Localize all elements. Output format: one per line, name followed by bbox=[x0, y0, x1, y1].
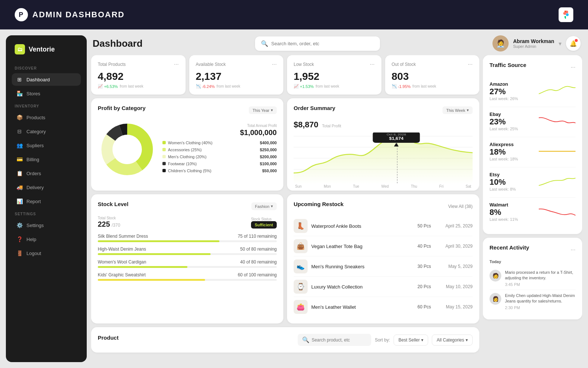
stat-label: Available Stock bbox=[196, 62, 226, 67]
search-input[interactable] bbox=[271, 41, 374, 46]
main-grid: Total Products ··· 4,892 📈 +6.53% from l… bbox=[91, 55, 582, 362]
traffic-ebay: Ebay 23% Last week: 25% bbox=[490, 107, 576, 137]
stat-available-stock: Available Stock ··· 2,137 📉 -6.24% from … bbox=[189, 55, 284, 95]
stat-out-of-stock: Out of Stock ··· 803 📉 -1.95% from last … bbox=[385, 55, 480, 95]
stock-total-label: Total Stock bbox=[98, 216, 120, 220]
stock-total-sub: /370 bbox=[112, 223, 120, 228]
sidebar-item-label: Supliers bbox=[26, 143, 44, 148]
stock-item-0: Silk Blend Summer Dress 75 of 110 remain… bbox=[98, 234, 277, 242]
user-area: 🧑‍💼 Abram Workman Super Admin ▾ 🔔 bbox=[492, 35, 581, 52]
orders-icon: 📋 bbox=[16, 170, 23, 176]
chevron-down-icon: ▾ bbox=[271, 108, 273, 113]
restock-item-4: 👛 Men's Leather Wallet 60 Pcs May 15, 20… bbox=[294, 297, 473, 317]
restock-item-1: 👜 Vegan Leather Tote Bag 40 Pcs April 30… bbox=[294, 236, 473, 256]
stats-row: Total Products ··· 4,892 📈 +6.53% from l… bbox=[91, 55, 479, 95]
restock-item-0: 👢 Waterproof Ankle Boots 50 Pcs April 25… bbox=[294, 216, 473, 236]
settings-icon: ⚙️ bbox=[16, 222, 23, 228]
profit-legend: Total Annual Profit $1,000,000 Women's C… bbox=[162, 124, 277, 176]
sidebar-item-label: Products bbox=[26, 115, 45, 120]
restock-img-3: ⌚ bbox=[294, 280, 308, 294]
sidebar-item-report[interactable]: 📊 Report bbox=[12, 195, 81, 208]
stat-total-products: Total Products ··· 4,892 📈 +6.53% from l… bbox=[91, 55, 186, 95]
trend-down-icon: 📉 bbox=[392, 84, 397, 89]
sidebar-item-label: Logout bbox=[26, 251, 41, 256]
stock-item-1: High-Waist Denim Jeans 50 of 80 remainin… bbox=[98, 247, 277, 255]
legend-item-4: Children's Clothing (5%) $50,000 bbox=[162, 169, 277, 173]
product-search-input[interactable] bbox=[312, 337, 367, 343]
sidebar-item-category[interactable]: ⊟ Category bbox=[12, 125, 81, 138]
restock-img-2: 👟 bbox=[294, 259, 308, 273]
stat-menu-icon[interactable]: ··· bbox=[174, 61, 179, 68]
restock-img-4: 👛 bbox=[294, 300, 308, 314]
profit-filter[interactable]: This Year ▾ bbox=[249, 106, 277, 114]
stat-value: 2,137 bbox=[196, 71, 277, 82]
stock-level-card: Stock Level Fashion ▾ Total Stock 225 bbox=[91, 194, 283, 323]
sidebar-item-products[interactable]: 📦 Products bbox=[12, 111, 81, 124]
sidebar-item-label: Settings bbox=[26, 223, 44, 228]
stat-label: Low Stock bbox=[294, 62, 314, 67]
donut-chart-area: Total Annual Profit $1,000,000 Women's C… bbox=[98, 120, 277, 179]
total-profit-label: Total Annual Profit bbox=[162, 124, 277, 128]
upcoming-restock-card: Upcoming Restock View All (38) 👢 Waterpr… bbox=[287, 194, 479, 323]
suppliers-icon: 👥 bbox=[16, 142, 23, 148]
traffic-menu[interactable]: ··· bbox=[571, 64, 576, 71]
stat-menu-icon[interactable]: ··· bbox=[468, 61, 473, 68]
sidebar-brand: 🗂 Ventorie bbox=[12, 44, 81, 62]
chevron-down-icon bbox=[421, 337, 423, 343]
stores-icon: 🏪 bbox=[16, 91, 23, 96]
stat-menu-icon[interactable]: ··· bbox=[272, 61, 277, 68]
sidebar-item-suppliers[interactable]: 👥 Supliers bbox=[12, 139, 81, 152]
product-search-bar[interactable]: 🔍 bbox=[298, 334, 371, 346]
order-summary-title: Order Summary bbox=[294, 105, 335, 111]
sidebar-item-delivery[interactable]: 🚚 Delivery bbox=[12, 181, 81, 194]
sidebar-item-orders[interactable]: 📋 Orders bbox=[12, 167, 81, 180]
sort-button[interactable]: Best Seller bbox=[394, 335, 428, 346]
order-filter[interactable]: This Week ▾ bbox=[442, 106, 473, 114]
stat-change: 📈 +1.53% from last week bbox=[294, 84, 375, 89]
logout-icon: 🚪 bbox=[16, 250, 23, 256]
stock-filter[interactable]: Fashion ▾ bbox=[251, 202, 277, 210]
avatar: 🧑‍💼 bbox=[492, 35, 509, 52]
page-title: Dashboard bbox=[93, 38, 143, 49]
profit-by-category-card: Profit by Category This Year ▾ bbox=[91, 98, 283, 191]
activity-menu[interactable]: ··· bbox=[571, 247, 576, 253]
sidebar-item-label: Billing bbox=[26, 157, 39, 162]
restock-img-0: 👢 bbox=[294, 219, 308, 233]
sidebar-item-help[interactable]: ❓ Help bbox=[12, 233, 81, 245]
svg-text:Oct 8, 2028: Oct 8, 2028 bbox=[387, 133, 406, 136]
stat-menu-icon[interactable]: ··· bbox=[370, 61, 374, 68]
sidebar-item-billing[interactable]: 💳 Billing bbox=[12, 153, 81, 166]
notification-dot bbox=[575, 39, 578, 42]
traffic-title: Traffic Source bbox=[490, 62, 526, 68]
sidebar-item-logout[interactable]: 🚪 Logout bbox=[12, 247, 81, 259]
stock-overview: Total Stock 225 /370 Stock Status Suffic… bbox=[98, 216, 277, 229]
sidebar-item-label: Delivery bbox=[26, 185, 44, 190]
traffic-walmart: Walmart 8% Last week: 11% bbox=[490, 198, 576, 227]
chevron-down-icon[interactable]: ▾ bbox=[559, 40, 562, 47]
figma-icon[interactable] bbox=[559, 7, 573, 22]
traffic-source-card: Traffic Source ··· Amazon 27% Last week:… bbox=[483, 55, 582, 234]
order-profit: $8,870 bbox=[294, 120, 318, 130]
order-chart: Oct 8, 2028 $1,674 Sun Mon Tue Wed Thu bbox=[294, 132, 473, 184]
products-icon: 📦 bbox=[16, 114, 23, 120]
search-bar[interactable]: 🔍 bbox=[255, 36, 380, 51]
search-icon: 🔍 bbox=[302, 336, 309, 343]
sidebar-section-settings: SETTINGS bbox=[12, 209, 81, 217]
notification-bell[interactable]: 🔔 bbox=[566, 36, 581, 51]
legend-item-1: Accessories (25%) $250,000 bbox=[162, 148, 277, 152]
sidebar-item-stores[interactable]: 🏪 Stores bbox=[12, 87, 81, 100]
left-panel: Total Products ··· 4,892 📈 +6.53% from l… bbox=[91, 55, 479, 362]
middle-row: Profit by Category This Year ▾ bbox=[91, 98, 479, 191]
sidebar-item-dashboard[interactable]: ⊞ Dashboard bbox=[12, 73, 81, 86]
stat-change: 📈 +6.53% from last week bbox=[98, 84, 179, 89]
stat-low-stock: Low Stock ··· 1,952 📈 +1.53% from last w… bbox=[287, 55, 381, 95]
sidebar: 🗂 Ventorie DISCOVER ⊞ Dashboard 🏪 Stores… bbox=[6, 35, 87, 362]
product-section-title: Product bbox=[98, 335, 119, 341]
category-button[interactable]: All Categories bbox=[432, 335, 473, 346]
content-header: Dashboard 🔍 🧑‍💼 Abram Workman Super Admi… bbox=[91, 35, 582, 52]
sidebar-item-settings[interactable]: ⚙️ Settings bbox=[12, 219, 81, 231]
sidebar-section-inventory: INVENTORY bbox=[12, 101, 81, 110]
bottom-row: Stock Level Fashion ▾ Total Stock 225 bbox=[91, 194, 479, 323]
restock-view-all[interactable]: View All (38) bbox=[448, 204, 473, 209]
legend-item-2: Men's Clothing (20%) $200,000 bbox=[162, 155, 277, 159]
